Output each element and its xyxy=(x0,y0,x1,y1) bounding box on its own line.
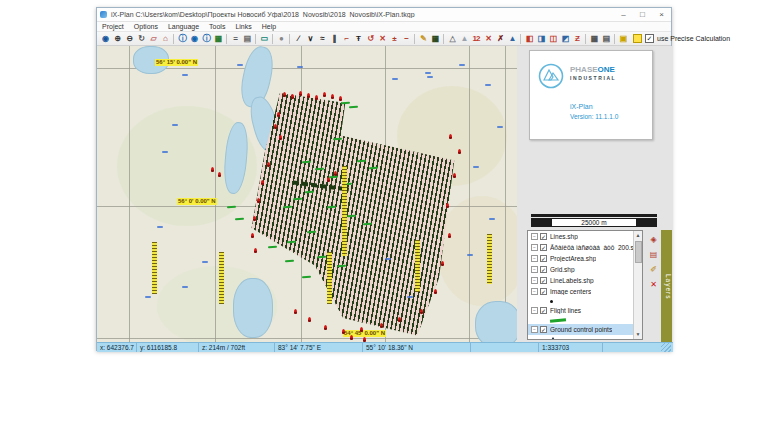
parallel-tool-icon[interactable]: ∥ xyxy=(329,33,340,44)
ground-control-point-marker xyxy=(448,233,451,238)
delete-layer-button[interactable]: ✕ xyxy=(647,279,660,290)
measure-icon[interactable]: = xyxy=(230,33,241,44)
add-layer-button[interactable]: ◈ xyxy=(647,234,660,245)
print-preview-icon[interactable]: ▤ xyxy=(242,33,253,44)
flight-line-marker xyxy=(235,218,244,221)
corner-tool-icon[interactable]: ⌐ xyxy=(341,33,352,44)
layer-checkbox[interactable]: ✓ xyxy=(540,288,547,295)
pencil-icon[interactable]: ✎ xyxy=(418,33,429,44)
close-button[interactable]: × xyxy=(652,8,671,21)
menu-help[interactable]: Help xyxy=(257,23,281,30)
triangulate-icon[interactable]: ▲ xyxy=(507,33,518,44)
expander-icon[interactable]: − xyxy=(531,233,538,240)
expander-icon[interactable]: − xyxy=(531,307,538,314)
expander-icon[interactable]: − xyxy=(531,277,538,284)
layer-checkbox[interactable]: ✓ xyxy=(540,307,547,314)
report-icon[interactable]: ▣ xyxy=(618,33,629,44)
toolbar-separator xyxy=(414,34,415,44)
triangle-point-icon[interactable]: ▲ xyxy=(459,33,470,44)
delete-tool-icon[interactable]: ✕ xyxy=(377,33,388,44)
level-tool-icon[interactable]: ± xyxy=(389,33,400,44)
scroll-down-icon[interactable]: ▼ xyxy=(634,330,642,339)
settings-icon[interactable]: ◉ xyxy=(189,33,200,44)
export-points-icon[interactable]: ✗ xyxy=(495,33,506,44)
expander-icon[interactable]: − xyxy=(531,244,538,251)
layers-scrollbar[interactable]: ▲ ▼ xyxy=(633,231,642,339)
remove-vertex-icon[interactable]: − xyxy=(401,33,412,44)
scroll-thumb[interactable] xyxy=(635,241,642,263)
about-icon[interactable]: ⓘ xyxy=(201,33,212,44)
layer-row[interactable]: −✓Ãðàíèöà ìàñøòàá_àòô_200.shp xyxy=(528,242,633,253)
polyline-tool-icon[interactable]: ∨ xyxy=(305,33,316,44)
minimize-button[interactable]: – xyxy=(614,8,633,21)
expander-icon[interactable]: − xyxy=(531,266,538,273)
layer-row[interactable]: −✓Flight lines xyxy=(528,305,633,316)
monitor-icon[interactable]: ▭ xyxy=(259,33,270,44)
ground-control-point-marker xyxy=(291,94,294,99)
layer-checkbox[interactable]: ✓ xyxy=(540,277,547,284)
layer-row[interactable]: −✓Image centers xyxy=(528,286,633,297)
strip-right-icon[interactable]: ◨ xyxy=(536,33,547,44)
app-version: Version: 11.1.1.0 xyxy=(570,113,618,120)
zoom-in-icon[interactable]: ⊕ xyxy=(112,33,123,44)
maximize-button[interactable]: □ xyxy=(633,8,652,21)
layer-row[interactable]: −✓Lines.shp xyxy=(528,231,633,242)
map-canvas[interactable]: 56° 15' 0.00" N 56° 0' 0.00" N 54° 45' 0… xyxy=(97,46,517,342)
title-bar[interactable]: iX-Plan C:\Users\kom\Desktop\Проекты Нов… xyxy=(97,8,671,22)
toolbar-separator xyxy=(289,34,290,44)
calc-icon xyxy=(633,34,642,43)
layer-row[interactable]: −✓LineLabels.shp xyxy=(528,275,633,286)
layer-checkbox[interactable]: ✓ xyxy=(540,266,547,273)
rotate-strip-icon[interactable]: ↺ xyxy=(365,33,376,44)
menu-language[interactable]: Language xyxy=(163,23,204,30)
expander-icon[interactable]: − xyxy=(531,255,538,262)
layer-checkbox[interactable]: ✓ xyxy=(540,255,547,262)
layer-checkbox[interactable]: ✓ xyxy=(540,326,547,333)
table-icon[interactable]: ▦ xyxy=(589,33,600,44)
layer-checkbox[interactable]: ✓ xyxy=(540,233,547,240)
delete-points-icon[interactable]: ✕ xyxy=(483,33,494,44)
expander-icon[interactable]: − xyxy=(531,326,538,333)
fill-grid-icon[interactable]: ▦ xyxy=(430,33,441,44)
layer-style-button[interactable]: ▤ xyxy=(647,249,660,260)
strip-left-icon[interactable]: ◧ xyxy=(524,33,535,44)
strip-z-icon[interactable]: Ƶ xyxy=(572,33,583,44)
expander-icon[interactable]: − xyxy=(531,288,538,295)
layer-checkbox[interactable]: ✓ xyxy=(540,244,547,251)
print-icon[interactable]: ▤ xyxy=(601,33,612,44)
edit-layer-button[interactable]: ✐ xyxy=(647,264,660,275)
graticule-line xyxy=(215,46,216,342)
renumber-icon[interactable]: 12 xyxy=(471,33,482,44)
layers-tab[interactable]: Layers xyxy=(661,230,672,342)
menu-tools[interactable]: Tools xyxy=(204,23,230,30)
menu-options[interactable]: Options xyxy=(129,23,163,30)
curve-tool-icon[interactable]: ≈ xyxy=(317,33,328,44)
strip-both-icon[interactable]: ◫ xyxy=(548,33,559,44)
menu-project[interactable]: Project xyxy=(97,23,129,30)
longitude-label xyxy=(152,242,157,294)
home-icon[interactable]: ⌂ xyxy=(160,33,171,44)
line-tool-icon[interactable]: ∕ xyxy=(293,33,304,44)
precise-calculation-checkbox[interactable]: ✓ xyxy=(645,34,654,43)
layer-row[interactable]: −✓ProjectArea.shp xyxy=(528,253,633,264)
layer-label: Grid.shp xyxy=(550,266,575,273)
pan-icon[interactable]: ↻ xyxy=(136,33,147,44)
strip-merge-icon[interactable]: ◩ xyxy=(560,33,571,44)
point-tool-icon[interactable]: ● xyxy=(276,33,287,44)
scroll-up-icon[interactable]: ▲ xyxy=(634,231,642,240)
right-panel: PHASEONE INDUSTRIAL iX-Plan Version: 11.… xyxy=(517,46,673,342)
image-icon[interactable]: ▦ xyxy=(213,33,224,44)
align-tool-icon[interactable]: Ŧ xyxy=(353,33,364,44)
menu-links[interactable]: Links xyxy=(230,23,256,30)
eraser-icon[interactable]: ▱ xyxy=(148,33,159,44)
scale-bar-segment xyxy=(636,219,656,226)
layer-row[interactable]: −✓Ground control points xyxy=(528,324,633,335)
resize-grip-icon[interactable] xyxy=(661,342,671,352)
flight-line-marker xyxy=(268,246,277,249)
globe-icon[interactable]: ◉ xyxy=(100,33,111,44)
info-icon[interactable]: ⓘ xyxy=(177,33,188,44)
green-line-symbol xyxy=(550,318,566,323)
triangle-tool-icon[interactable]: △ xyxy=(447,33,458,44)
zoom-out-icon[interactable]: ⊖ xyxy=(124,33,135,44)
layer-row[interactable]: −✓Grid.shp xyxy=(528,264,633,275)
